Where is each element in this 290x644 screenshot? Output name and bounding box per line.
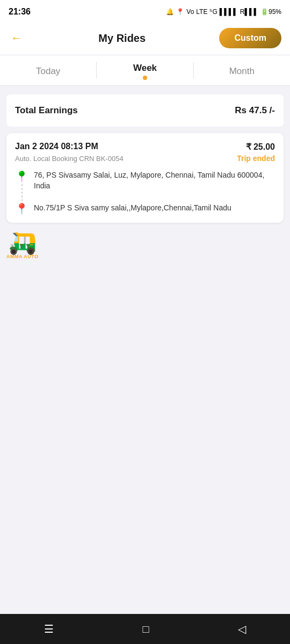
battery-icon: 🔋95% [260, 8, 281, 16]
tab-active-dot [143, 76, 147, 80]
bottom-spacer [0, 268, 290, 305]
trip-status-badge: Trip ended [237, 154, 275, 163]
alarm-icon: 🔔 [166, 8, 174, 16]
lte-icon: LTE [196, 8, 207, 16]
pickup-marker-icon: 📍 [15, 171, 28, 182]
bottom-navigation: ☰ □ ◁ [0, 614, 290, 644]
carrier-text: Vo [186, 8, 194, 16]
home-icon[interactable]: □ [142, 623, 149, 635]
5g-icon: ⁵G [209, 8, 217, 16]
earnings-label: Total Earnings [15, 105, 78, 116]
route-text: 76, PS Sivasamy Salai, Luz, Mylapore, Ch… [34, 170, 275, 214]
route-dashes [21, 184, 23, 201]
ride-crn: Auto. Local Booking CRN BK-0054 [15, 155, 124, 163]
pickup-address: 76, PS Sivasamy Salai, Luz, Mylapore, Ch… [34, 170, 275, 191]
custom-button[interactable]: Custom [219, 28, 281, 48]
menu-icon[interactable]: ☰ [44, 623, 54, 635]
tab-month-label: Month [229, 66, 255, 76]
brand-name: AMMA AUTO [6, 254, 39, 259]
app-header: ← My Rides Custom [0, 21, 290, 55]
ride-datetime: Jan 2 2024 08:13 PM [15, 142, 98, 151]
ride-fare: ₹ 25.00 [246, 142, 275, 152]
ride-card-sub: Auto. Local Booking CRN BK-0054 Trip end… [15, 154, 275, 163]
dash-2 [21, 188, 23, 190]
tab-today[interactable]: Today [0, 58, 96, 82]
route-container: 📍 📍 76, PS Sivasamy Salai, Luz, Mylapore… [15, 170, 275, 214]
status-time: 21:36 [9, 7, 31, 17]
total-earnings-section: Total Earnings Rs 47.5 /- [6, 94, 284, 127]
ride-card-header: Jan 2 2024 08:13 PM ₹ 25.00 [15, 142, 275, 152]
dash-4 [21, 195, 23, 197]
location-icon: 📍 [176, 8, 184, 16]
back-button[interactable]: ← [9, 29, 25, 47]
dash-3 [21, 192, 23, 194]
back-nav-icon[interactable]: ◁ [238, 623, 246, 635]
tab-week[interactable]: Week [97, 55, 193, 85]
dash-1 [21, 184, 23, 186]
amma-auto-logo: 🛺 AMMA AUTO [6, 231, 39, 259]
auto-rickshaw-icon: 🛺 [9, 231, 37, 254]
ride-card[interactable]: Jan 2 2024 08:13 PM ₹ 25.00 Auto. Local … [6, 133, 284, 223]
tab-bar: Today Week Month [0, 55, 290, 86]
dropoff-marker-icon: 📍 [15, 203, 28, 214]
tab-week-label: Week [133, 63, 157, 73]
tab-today-label: Today [36, 66, 60, 76]
dropoff-address: No.75/1P S Siva samy salai,,Mylapore,Che… [34, 203, 275, 214]
tab-month[interactable]: Month [194, 58, 290, 82]
signal-icon: ▌▌▌▌ [220, 8, 238, 16]
page-title: My Rides [98, 32, 146, 45]
route-icons: 📍 📍 [15, 170, 28, 214]
dash-5 [21, 199, 23, 201]
brand-logo-area: 🛺 AMMA AUTO [6, 231, 284, 259]
earnings-value: Rs 47.5 /- [235, 105, 275, 116]
status-icons: 🔔 📍 Vo LTE ⁵G ▌▌▌▌ R▌▌▌ 🔋95% [166, 8, 281, 16]
status-bar: 21:36 🔔 📍 Vo LTE ⁵G ▌▌▌▌ R▌▌▌ 🔋95% [0, 0, 290, 21]
r-signal-icon: R▌▌▌ [240, 8, 258, 16]
